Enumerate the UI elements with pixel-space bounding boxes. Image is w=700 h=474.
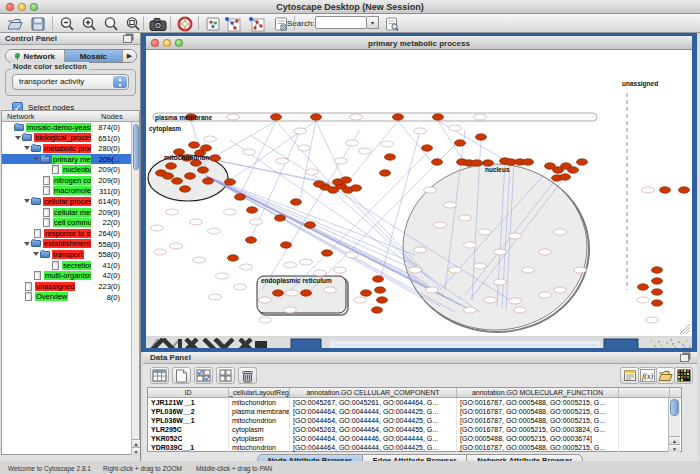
table-cell[interactable]: [GO:0016787, GO:0005488, GO:0005215, G..… bbox=[457, 443, 619, 452]
graph-node-label[interactable] bbox=[286, 290, 299, 296]
tab-mosaic[interactable]: Mosaic bbox=[65, 50, 124, 62]
table-cell[interactable]: [GO:0016787, GO:0005215, GO:0003824, G..… bbox=[457, 425, 619, 434]
graph-node[interactable] bbox=[380, 170, 391, 176]
table-row[interactable]: YDR039C__1mitochondrion[GO:0044464, GO:0… bbox=[148, 443, 681, 452]
graph-node[interactable] bbox=[305, 222, 316, 228]
graph-node-label[interactable] bbox=[300, 259, 313, 265]
table-cell[interactable]: [GO:0005488, GO:0005215, GO:0003674] bbox=[457, 434, 619, 443]
table-cell[interactable]: [GO:0016787, GO:0005488, GO:0005215, G..… bbox=[457, 407, 619, 416]
graph-node-label[interactable] bbox=[208, 228, 221, 234]
graph-edge[interactable] bbox=[316, 121, 345, 183]
graph-node-label[interactable] bbox=[224, 209, 237, 215]
graph-node-label[interactable] bbox=[324, 287, 337, 293]
graph-node-label[interactable] bbox=[166, 209, 179, 215]
table-cell[interactable]: mitochondrion bbox=[229, 416, 290, 425]
search-input[interactable] bbox=[315, 16, 367, 29]
table-cell[interactable]: [GO:0044464, GO:0044444, GO:0044425, G..… bbox=[290, 416, 457, 425]
graph-node[interactable] bbox=[638, 284, 649, 290]
graph-node-label[interactable] bbox=[426, 287, 439, 293]
graph-node[interactable] bbox=[652, 278, 663, 284]
graph-node[interactable] bbox=[235, 194, 246, 200]
tree-row[interactable]: metabolic process280(0) bbox=[2, 143, 131, 154]
graph-node-label[interactable] bbox=[539, 249, 552, 255]
plasma-membrane-region[interactable] bbox=[153, 113, 597, 121]
graph-node[interactable] bbox=[660, 187, 671, 193]
tree-row[interactable]: response to stimulu264(0) bbox=[2, 228, 131, 239]
graph-node-label[interactable] bbox=[414, 247, 427, 253]
graph-node[interactable] bbox=[311, 114, 322, 120]
help-ring-icon[interactable] bbox=[176, 15, 194, 32]
graph-node-label[interactable] bbox=[314, 270, 327, 276]
graph-node-label[interactable] bbox=[346, 252, 359, 258]
graph-node[interactable] bbox=[351, 185, 362, 191]
graph-node-label[interactable] bbox=[359, 148, 372, 154]
column-header[interactable]: ID bbox=[148, 388, 229, 397]
more-tabs-icon[interactable]: ▶ bbox=[123, 50, 136, 62]
table-cell[interactable]: YKR052C bbox=[148, 434, 229, 443]
graph-node[interactable] bbox=[385, 154, 396, 160]
graph-node-label[interactable] bbox=[209, 294, 222, 300]
column-header[interactable]: annotation.GO MOLECULAR_FUNCTION bbox=[457, 388, 619, 397]
graph-node-label[interactable] bbox=[424, 187, 437, 193]
tree-scrollbar[interactable]: ▲ ▼ bbox=[131, 122, 139, 455]
graph-node[interactable] bbox=[341, 177, 352, 183]
scroll-down-icon[interactable]: ▼ bbox=[132, 447, 140, 455]
graph-node-label[interactable] bbox=[250, 219, 263, 225]
graph-edge[interactable] bbox=[345, 121, 398, 185]
tab-network[interactable]: Network bbox=[6, 50, 65, 62]
graph-node-label[interactable] bbox=[434, 222, 447, 228]
graph-node[interactable] bbox=[198, 167, 209, 173]
graph-node[interactable] bbox=[652, 289, 663, 295]
graph-node[interactable] bbox=[577, 159, 588, 165]
graph-node-label[interactable] bbox=[642, 187, 655, 193]
attribute-matrix-icon[interactable] bbox=[674, 367, 693, 384]
table-scrollbar-thumb[interactable] bbox=[670, 399, 679, 416]
graph-node-label[interactable] bbox=[484, 297, 497, 303]
column-header[interactable]: annotation.GO CELLULAR_COMPONENT bbox=[290, 388, 457, 397]
graph-node[interactable] bbox=[185, 173, 196, 179]
table-cell[interactable]: YDR039C__1 bbox=[148, 443, 229, 452]
tree-row[interactable]: cell communicat22(0) bbox=[2, 217, 131, 228]
table-cell[interactable]: cytoplasm bbox=[229, 434, 290, 443]
graph-node-label[interactable] bbox=[554, 287, 567, 293]
graph-node[interactable] bbox=[247, 207, 258, 213]
graph-node[interactable] bbox=[163, 173, 174, 179]
graph-node-label[interactable] bbox=[306, 169, 319, 175]
float-panel-icon[interactable] bbox=[123, 35, 132, 43]
import-attributes-icon[interactable] bbox=[620, 367, 639, 384]
open-file-icon[interactable] bbox=[6, 15, 24, 32]
graph-node-label[interactable] bbox=[259, 297, 272, 303]
table-cell[interactable]: YLR295C bbox=[148, 425, 229, 434]
graph-node-label[interactable] bbox=[494, 249, 507, 255]
graph-node-label[interactable] bbox=[259, 317, 272, 323]
report-form-icon[interactable] bbox=[272, 15, 290, 32]
scroll-up-icon[interactable]: ▲ bbox=[669, 436, 680, 444]
graph-node[interactable] bbox=[271, 114, 282, 120]
table-cell[interactable]: [GO:0044464, GO:0044446, GO:0044444, G..… bbox=[290, 434, 457, 443]
graph-node-label[interactable] bbox=[637, 297, 650, 303]
tree-row[interactable]: biological_process651(0) bbox=[2, 133, 131, 144]
tree-scrollbar-thumb[interactable] bbox=[133, 124, 139, 170]
tree-col-network[interactable]: Network bbox=[7, 112, 35, 121]
graph-node[interactable] bbox=[455, 140, 466, 146]
graph-node[interactable] bbox=[393, 114, 404, 120]
table-cell[interactable]: [GO:0044464, GO:0044444, GO:0044425, G..… bbox=[290, 443, 457, 452]
graph-node-label[interactable] bbox=[509, 298, 522, 304]
graph-node[interactable] bbox=[189, 142, 200, 148]
snapshot-icon[interactable] bbox=[149, 15, 167, 32]
table-row[interactable]: YKR052Ccytoplasm[GO:0044464, GO:0044446,… bbox=[148, 434, 681, 443]
graph-node-label[interactable] bbox=[346, 140, 359, 146]
search-dropdown-icon[interactable]: ▾ bbox=[367, 16, 379, 29]
graph-node-label[interactable] bbox=[474, 263, 487, 269]
attribute-table-icon[interactable] bbox=[150, 367, 169, 384]
layout-nodes-red-icon[interactable] bbox=[248, 15, 266, 32]
graph-node-label[interactable] bbox=[234, 284, 247, 290]
collapse-icon[interactable] bbox=[24, 242, 30, 246]
graph-node[interactable] bbox=[652, 300, 663, 306]
collapse-icon[interactable] bbox=[24, 146, 30, 150]
table-cell[interactable]: mitochondrion bbox=[229, 443, 290, 452]
table-row[interactable]: YPL036W__2plasma membrane[GO:0044464, GO… bbox=[148, 407, 681, 416]
graph-node-label[interactable] bbox=[409, 267, 422, 273]
table-cell[interactable]: YJR121W__1 bbox=[148, 398, 229, 407]
table-row[interactable]: YLR295Ccytoplasm[GO:0045263, GO:0044464,… bbox=[148, 425, 681, 434]
